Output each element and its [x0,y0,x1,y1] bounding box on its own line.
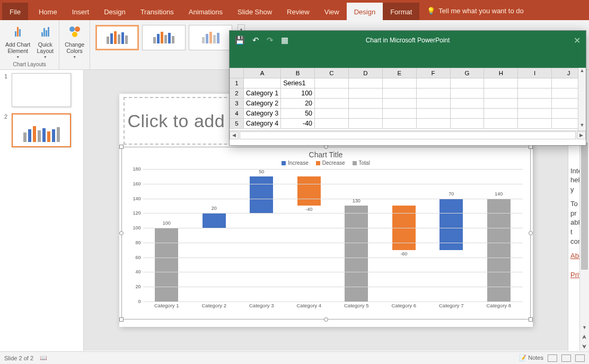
grid-cell[interactable] [450,78,484,88]
notes-button[interactable]: 📝 Notes [519,354,543,361]
row-header[interactable]: 2 [230,88,244,99]
about-link[interactable]: Abou [570,252,579,260]
slide-thumb-1[interactable] [12,73,71,107]
col-header[interactable]: D [348,68,382,78]
chart-style-1[interactable] [95,25,139,50]
chart-bar[interactable] [297,176,321,206]
chart-title[interactable]: Chart Title [122,147,530,160]
tab-chart-design[interactable]: Design [347,3,383,20]
chart-plot-area[interactable]: 020406080100120140160180 1002050-40130-6… [143,169,523,301]
grid-cell[interactable] [450,109,484,119]
next-slide-icon[interactable]: ⮟ [580,342,589,351]
grid-horizontal-scrollbar[interactable]: ◀ ▶ [230,130,586,139]
close-icon[interactable]: ✕ [574,35,581,46]
grid-cell[interactable] [450,88,484,99]
col-header[interactable]: F [416,68,450,78]
grid-cell[interactable]: Category 3 [243,109,280,119]
col-header[interactable]: B [281,68,315,78]
sorter-view-icon[interactable] [561,354,571,362]
grid-cell[interactable] [416,109,450,119]
redo-icon[interactable]: ↷ [267,35,274,45]
scroll-right-icon[interactable]: ▶ [577,131,586,139]
chart-style-2[interactable] [142,25,186,50]
spell-check-icon[interactable]: 📖 [40,354,47,361]
row-header[interactable]: 3 [230,99,244,109]
chart-style-3[interactable] [189,25,232,50]
resize-handle[interactable] [119,231,124,235]
tab-view[interactable]: View [317,3,347,20]
grid-cell[interactable] [450,119,484,129]
col-header[interactable]: A [243,68,280,78]
reading-view-icon[interactable] [575,354,585,362]
grid-cell[interactable] [416,119,450,129]
chart-data-window[interactable]: 💾 ↶ ↷ ▦ Chart in Microsoft PowerPoint ✕ … [229,30,586,146]
grid-cell[interactable] [484,119,518,129]
chart-bar[interactable] [155,228,178,301]
grid-cell[interactable] [450,99,484,109]
quick-layout-button[interactable]: Quick Layout ▼ [34,22,56,60]
col-header[interactable]: C [315,68,349,78]
tab-design[interactable]: Design [96,3,133,20]
save-icon[interactable]: 💾 [235,35,245,45]
resize-handle[interactable] [529,231,533,235]
resize-handle[interactable] [529,317,533,322]
grid-cell[interactable]: Category 4 [243,119,280,129]
add-chart-element-button[interactable]: Add Chart Element ▼ [3,22,32,60]
grid-cell[interactable] [416,88,450,99]
col-header[interactable]: G [450,68,484,78]
resize-handle[interactable] [324,317,328,322]
tab-format[interactable]: Format [383,3,419,20]
chart-object[interactable]: Chart Title Increase Decrease Total 0204… [121,147,531,319]
tab-review[interactable]: Review [279,3,317,20]
prev-slide-icon[interactable]: ⮝ [580,332,589,341]
tab-transitions[interactable]: Transitions [133,3,181,20]
grid-cell[interactable] [348,119,382,129]
resize-handle[interactable] [119,317,124,322]
row-header[interactable]: 4 [230,109,244,119]
grid-cell[interactable] [348,99,382,109]
scrollbar-thumb[interactable] [581,143,588,270]
grid-cell[interactable] [518,99,552,109]
grid-cell[interactable]: 100 [281,88,315,99]
row-header[interactable]: 1 [230,78,244,88]
grid-cell[interactable] [416,78,450,88]
grid-cell[interactable]: 20 [281,99,315,109]
grid-cell[interactable] [484,88,518,99]
undo-icon[interactable]: ↶ [252,35,259,45]
edit-data-icon[interactable]: ▦ [281,35,288,45]
change-colors-button[interactable]: Change Colors ▼ [63,22,86,60]
grid-cell[interactable] [382,88,416,99]
resize-handle[interactable] [119,145,124,149]
grid-cell[interactable] [348,88,382,99]
grid-cell[interactable] [315,119,349,129]
slide-thumb-2[interactable] [12,113,71,147]
grid-cell[interactable] [416,99,450,109]
tell-me-search[interactable]: 💡 Tell me what you want to do [419,2,531,20]
normal-view-icon[interactable] [548,354,557,362]
tab-file[interactable]: File [2,3,28,20]
grid-cell[interactable] [315,109,349,119]
data-grid[interactable]: ABCDEFGHIJ1Series12Category 11003Categor… [230,68,586,129]
grid-cell[interactable]: Category 1 [243,88,280,99]
privacy-link[interactable]: Priva [570,271,579,279]
grid-cell[interactable] [484,78,518,88]
grid-cell[interactable] [315,88,349,99]
col-header[interactable]: I [518,68,552,78]
grid-cell[interactable] [243,78,280,88]
grid-cell[interactable] [484,99,518,109]
chart-legend[interactable]: Increase Decrease Total [122,160,530,169]
grid-cell[interactable] [518,88,552,99]
grid-cell[interactable] [348,78,382,88]
grid-cell[interactable]: 50 [281,109,315,119]
tab-insert[interactable]: Insert [65,3,97,20]
grid-cell[interactable] [382,119,416,129]
grid-cell[interactable] [315,78,349,88]
scroll-down-icon[interactable]: ▼ [580,323,589,332]
grid-cell[interactable] [382,109,416,119]
chart-bar[interactable] [250,176,273,213]
tab-animations[interactable]: Animations [181,3,230,20]
col-header[interactable]: E [382,68,416,78]
grid-cell[interactable]: Category 2 [243,99,280,109]
grid-cell[interactable]: -40 [281,119,315,129]
grid-cell[interactable] [382,99,416,109]
